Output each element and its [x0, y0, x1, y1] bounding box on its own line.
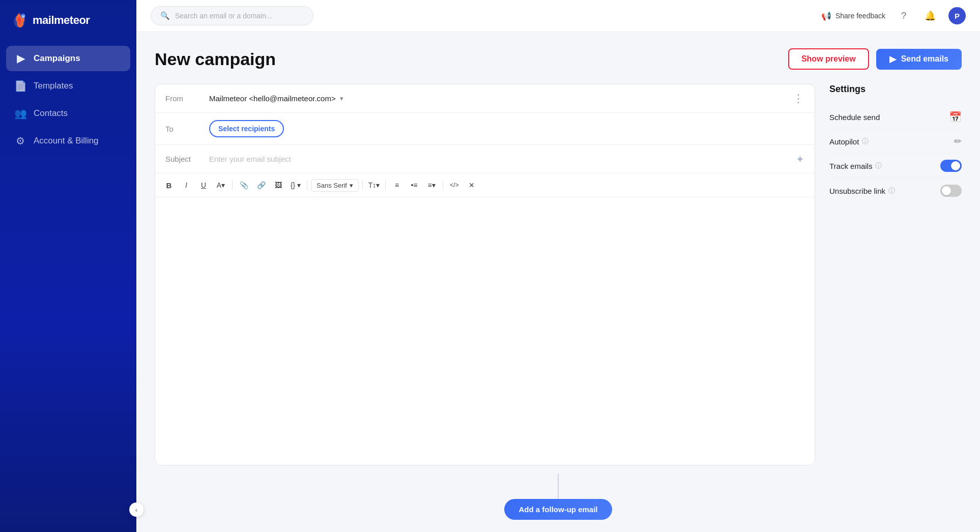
from-row: From Mailmeteor <hello@mailmeteor.com> ▾…: [155, 84, 815, 113]
header-actions: Show preview ▶ Send emails: [788, 48, 962, 70]
sidebar: M mailmeteor ▶ Campaigns 📄 Templates 👥 C…: [0, 0, 136, 532]
unsubscribe-link-toggle[interactable]: [940, 185, 962, 197]
unsubscribe-link-label-group: Unsubscribe link ⓘ: [829, 186, 895, 195]
notifications-button[interactable]: 🔔: [922, 8, 938, 24]
templates-icon: 📄: [14, 80, 26, 92]
subject-value: Enter your email subject: [209, 155, 788, 163]
autopilot-row: Autopilot ⓘ ✏: [829, 130, 962, 154]
autopilot-info-icon[interactable]: ⓘ: [862, 137, 869, 146]
schedule-send-row: Schedule send 📅: [829, 105, 962, 130]
font-family-dropdown[interactable]: Sans Serif ▾: [311, 179, 359, 192]
sidebar-item-contacts[interactable]: 👥 Contacts: [6, 101, 130, 126]
sidebar-collapse-button[interactable]: ‹: [129, 503, 143, 517]
toolbar-separator-5: [443, 180, 443, 190]
settings-title: Settings: [829, 84, 962, 95]
email-editor: From Mailmeteor <hello@mailmeteor.com> ▾…: [155, 84, 815, 465]
main-content: 🔍 Search an email or a domain... 📢 Share…: [136, 0, 980, 532]
select-recipients-button[interactable]: Select recipients: [209, 120, 284, 137]
underline-button[interactable]: U: [196, 178, 211, 193]
to-value: Select recipients: [209, 120, 804, 137]
font-family-label: Sans Serif: [316, 182, 347, 189]
subject-input[interactable]: Enter your email subject: [209, 155, 788, 163]
track-emails-action: [940, 160, 962, 172]
to-label: To: [165, 125, 201, 133]
page-title: New campaign: [155, 49, 276, 69]
ai-sparkle-button[interactable]: ✦: [796, 153, 804, 165]
contacts-icon: 👥: [14, 107, 26, 120]
share-feedback-button[interactable]: 📢 Share feedback: [821, 11, 885, 21]
logo[interactable]: M mailmeteor: [0, 0, 136, 41]
track-emails-toggle[interactable]: [940, 160, 962, 172]
send-emails-label: Send emails: [901, 54, 948, 64]
unsubscribe-link-action: [940, 185, 962, 197]
unsubscribe-link-row: Unsubscribe link ⓘ: [829, 179, 962, 203]
code-button[interactable]: </>: [447, 178, 462, 193]
schedule-send-label-group: Schedule send: [829, 113, 880, 122]
bold-button[interactable]: B: [161, 178, 177, 193]
unordered-list-button[interactable]: •≡: [407, 178, 422, 193]
logo-icon: M: [10, 11, 28, 29]
logo-text: mailmeteor: [33, 14, 90, 27]
calendar-icon[interactable]: 📅: [949, 111, 962, 123]
editor-body[interactable]: [155, 197, 815, 465]
help-button[interactable]: ?: [896, 8, 912, 24]
share-feedback-label: Share feedback: [835, 12, 885, 20]
autopilot-label: Autopilot: [829, 137, 859, 146]
autopilot-label-group: Autopilot ⓘ: [829, 137, 869, 146]
megaphone-icon: 📢: [821, 11, 831, 21]
link-button[interactable]: 🔗: [253, 178, 269, 193]
vertical-divider: [558, 474, 559, 499]
attachment-button[interactable]: 📎: [236, 178, 251, 193]
variable-button[interactable]: {} ▾: [288, 178, 303, 193]
text-color-button[interactable]: A▾: [213, 178, 228, 193]
svg-text:M: M: [22, 15, 24, 18]
sidebar-item-templates[interactable]: 📄 Templates: [6, 73, 130, 99]
help-icon: ?: [901, 10, 907, 21]
search-box[interactable]: 🔍 Search an email or a domain...: [151, 6, 313, 25]
clear-formatting-button[interactable]: ✕: [464, 178, 479, 193]
sidebar-nav: ▶ Campaigns 📄 Templates 👥 Contacts ⚙ Acc…: [0, 41, 136, 532]
schedule-send-label: Schedule send: [829, 113, 880, 122]
more-options-button[interactable]: ⋮: [793, 92, 804, 105]
chevron-down-icon-font: ▾: [350, 182, 353, 189]
settings-panel: Settings Schedule send 📅 Autopilot ⓘ: [829, 84, 962, 465]
pencil-icon[interactable]: ✏: [954, 136, 962, 147]
send-emails-button[interactable]: ▶ Send emails: [876, 49, 962, 70]
image-button[interactable]: 🖼: [271, 178, 286, 193]
toolbar-separator-2: [307, 180, 307, 190]
track-emails-row: Track emails ⓘ: [829, 154, 962, 179]
toolbar-separator-3: [362, 180, 363, 190]
sidebar-item-campaigns[interactable]: ▶ Campaigns: [6, 46, 130, 71]
schedule-send-action: 📅: [949, 111, 962, 123]
campaigns-icon: ▶: [14, 52, 26, 65]
font-size-button[interactable]: T↕▾: [366, 178, 382, 193]
from-dropdown[interactable]: Mailmeteor <hello@mailmeteor.com> ▾: [209, 94, 343, 103]
unsubscribe-link-label: Unsubscribe link: [829, 187, 885, 195]
editor-toolbar: B I U A▾ 📎 🔗 🖼 {} ▾ Sans Serif ▾ T↕▾: [155, 173, 815, 197]
add-followup-button[interactable]: Add a follow-up email: [504, 499, 612, 520]
search-icon: 🔍: [160, 11, 170, 20]
sidebar-item-account-billing-label: Account & Billing: [34, 136, 99, 146]
topbar: 🔍 Search an email or a domain... 📢 Share…: [136, 0, 980, 32]
show-preview-button[interactable]: Show preview: [788, 48, 869, 70]
align-button[interactable]: ≡▾: [424, 178, 439, 193]
autopilot-action: ✏: [954, 136, 962, 147]
italic-button[interactable]: I: [179, 178, 194, 193]
ordered-list-button[interactable]: ≡: [389, 178, 405, 193]
sidebar-item-contacts-label: Contacts: [34, 108, 68, 119]
sidebar-item-campaigns-label: Campaigns: [34, 53, 80, 64]
chevron-down-icon: ▾: [340, 95, 343, 102]
topbar-right: 📢 Share feedback ? 🔔 P: [821, 7, 966, 24]
track-emails-label: Track emails: [829, 162, 872, 170]
track-emails-label-group: Track emails ⓘ: [829, 161, 882, 170]
unsubscribe-link-info-icon[interactable]: ⓘ: [888, 186, 895, 195]
send-icon: ▶: [889, 54, 896, 65]
avatar[interactable]: P: [948, 7, 966, 24]
sidebar-item-account-billing[interactable]: ⚙ Account & Billing: [6, 128, 130, 154]
from-address: Mailmeteor <hello@mailmeteor.com>: [209, 94, 336, 103]
from-label: From: [165, 94, 201, 103]
page-content: New campaign Show preview ▶ Send emails …: [136, 32, 980, 532]
add-followup-section: Add a follow-up email: [155, 474, 962, 520]
track-emails-info-icon[interactable]: ⓘ: [875, 161, 882, 170]
toolbar-separator-1: [232, 180, 233, 190]
